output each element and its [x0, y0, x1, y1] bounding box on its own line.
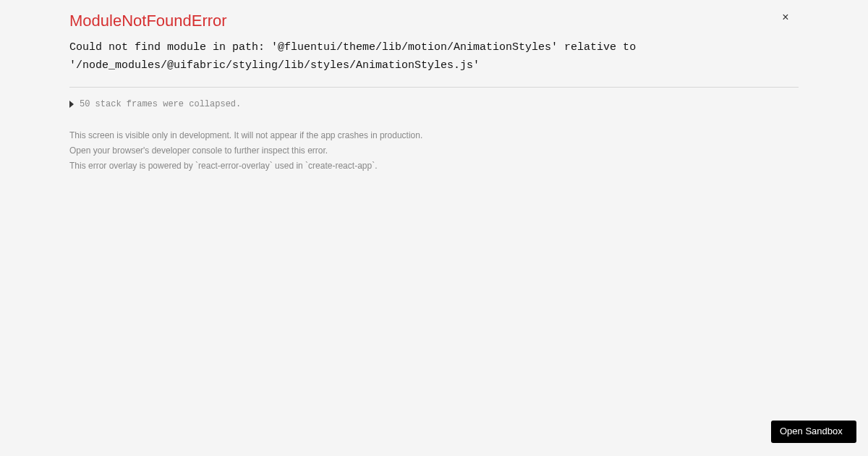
close-button[interactable]: ×: [778, 10, 793, 25]
close-icon: ×: [782, 12, 788, 23]
expand-triangle-icon: [69, 101, 74, 108]
open-sandbox-button[interactable]: Open Sandbox: [771, 421, 856, 443]
footer-hint: This screen is visible only in developme…: [69, 130, 799, 173]
error-message: Could not find module in path: '@fluentu…: [69, 39, 799, 75]
footer-line-1: This screen is visible only in developme…: [69, 130, 799, 142]
stack-frames-toggle[interactable]: 50 stack frames were collapsed.: [69, 99, 799, 109]
stack-frames-collapsed-label: 50 stack frames were collapsed.: [80, 99, 241, 109]
error-title: ModuleNotFoundError: [69, 12, 799, 30]
error-overlay: × ModuleNotFoundError Could not find mod…: [0, 0, 868, 173]
divider: [69, 87, 799, 88]
footer-line-3: This error overlay is powered by `react-…: [69, 160, 799, 172]
footer-line-2: Open your browser's developer console to…: [69, 145, 799, 157]
